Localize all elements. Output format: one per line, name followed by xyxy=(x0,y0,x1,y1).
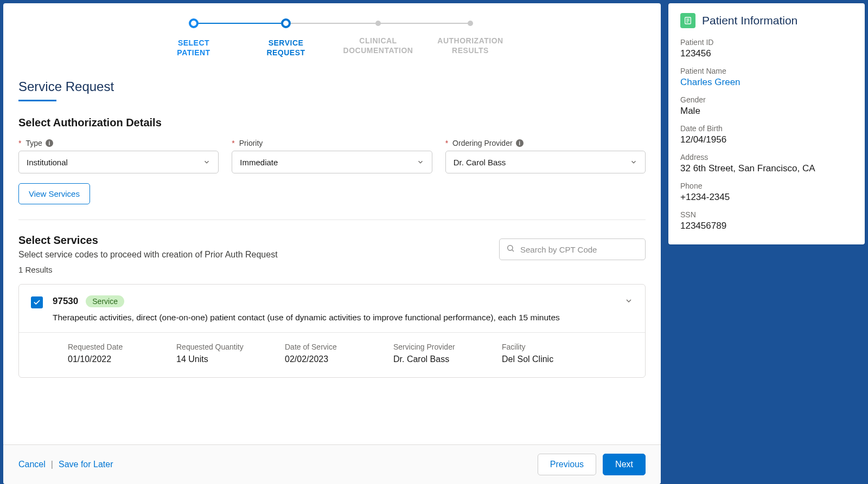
chevron-down-icon xyxy=(203,158,210,166)
view-services-button[interactable]: View Services xyxy=(18,183,90,204)
step-clinical-documentation: CLINICAL DOCUMENTATION xyxy=(332,18,424,55)
cancel-link[interactable]: Cancel xyxy=(18,460,46,469)
collapse-toggle[interactable] xyxy=(624,296,633,307)
patient-info-icon xyxy=(680,13,695,28)
patient-info-panel: Patient Information Patient ID123456 Pat… xyxy=(668,3,865,244)
type-select[interactable]: Institutional xyxy=(18,151,219,173)
services-desc: Select service codes to proceed with cre… xyxy=(18,250,278,260)
step-service-request[interactable]: SERVICE REQUEST xyxy=(240,18,332,57)
svg-line-1 xyxy=(512,250,514,251)
search-icon xyxy=(506,244,515,255)
results-count: 1 Results xyxy=(18,265,278,274)
info-icon[interactable]: i xyxy=(516,139,524,147)
svg-point-0 xyxy=(508,246,513,250)
service-code: 97530 xyxy=(53,296,78,307)
save-for-later-link[interactable]: Save for Later xyxy=(59,460,113,469)
patient-id-value: 123456 xyxy=(680,48,853,59)
progress-steps: SELECT PATIENT SERVICE REQUEST CLINICAL … xyxy=(18,18,646,57)
step-select-patient[interactable]: SELECT PATIENT xyxy=(148,18,240,57)
type-label: *Type i xyxy=(18,139,219,147)
cpt-search-input[interactable] xyxy=(520,245,639,254)
priority-label: *Priority xyxy=(232,139,432,147)
next-button[interactable]: Next xyxy=(603,454,646,475)
service-details: Requested Date01/10/2022 Requested Quant… xyxy=(19,332,645,377)
ordering-provider-select[interactable]: Dr. Carol Bass xyxy=(445,151,646,173)
step-authorization-results: AUTHORIZATION RESULTS xyxy=(424,18,516,55)
patient-name-link[interactable]: Charles Green xyxy=(680,77,853,88)
service-description: Therapeutic activities, direct (one-on-o… xyxy=(53,312,633,324)
priority-select[interactable]: Immediate xyxy=(232,151,432,173)
footer-bar: Cancel | Save for Later Previous Next xyxy=(3,444,661,484)
patient-panel-title: Patient Information xyxy=(702,14,797,27)
page-title: Service Request xyxy=(18,79,114,94)
previous-button[interactable]: Previous xyxy=(538,454,596,475)
search-input-wrapper[interactable] xyxy=(499,238,646,260)
chevron-down-icon xyxy=(630,158,637,166)
service-card: 97530 Service Therapeutic activities, di… xyxy=(18,284,646,378)
auth-section-title: Select Authorization Details xyxy=(18,117,646,129)
main-panel: SELECT PATIENT SERVICE REQUEST CLINICAL … xyxy=(3,3,661,484)
chevron-down-icon xyxy=(417,158,424,166)
services-title: Select Services xyxy=(18,234,278,247)
ordering-provider-label: *Ordering Provider i xyxy=(445,139,646,147)
info-icon[interactable]: i xyxy=(46,139,53,147)
service-checkbox[interactable] xyxy=(31,296,43,308)
service-badge: Service xyxy=(86,295,124,307)
